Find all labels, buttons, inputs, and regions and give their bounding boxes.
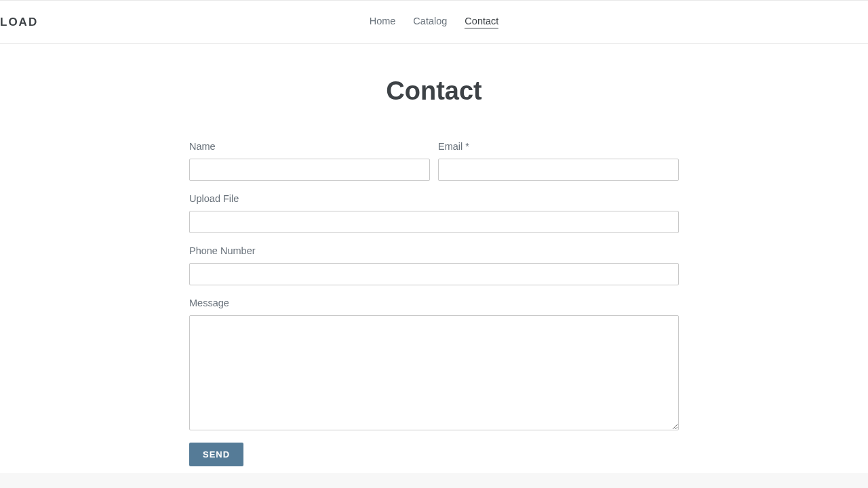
email-label: Email *: [438, 141, 679, 152]
upload-input[interactable]: [189, 211, 679, 233]
site-header: LOAD Home Catalog Contact: [0, 1, 868, 44]
message-label: Message: [189, 298, 679, 308]
main-nav: Home Catalog Contact: [370, 16, 499, 28]
site-logo: LOAD: [0, 16, 38, 29]
send-button[interactable]: SEND: [189, 443, 243, 466]
name-label: Name: [189, 141, 430, 152]
contact-form: Name Email * Upload File Phone Number Me…: [189, 141, 679, 466]
upload-label: Upload File: [189, 193, 679, 204]
page-title: Contact: [0, 77, 868, 106]
nav-contact[interactable]: Contact: [465, 16, 498, 28]
nav-home[interactable]: Home: [370, 16, 396, 28]
name-input[interactable]: [189, 159, 430, 181]
nav-catalog[interactable]: Catalog: [413, 16, 447, 28]
email-input[interactable]: [438, 159, 679, 181]
phone-input[interactable]: [189, 263, 679, 285]
phone-label: Phone Number: [189, 245, 679, 256]
footer-bar: [0, 473, 868, 488]
message-input[interactable]: [189, 315, 679, 430]
